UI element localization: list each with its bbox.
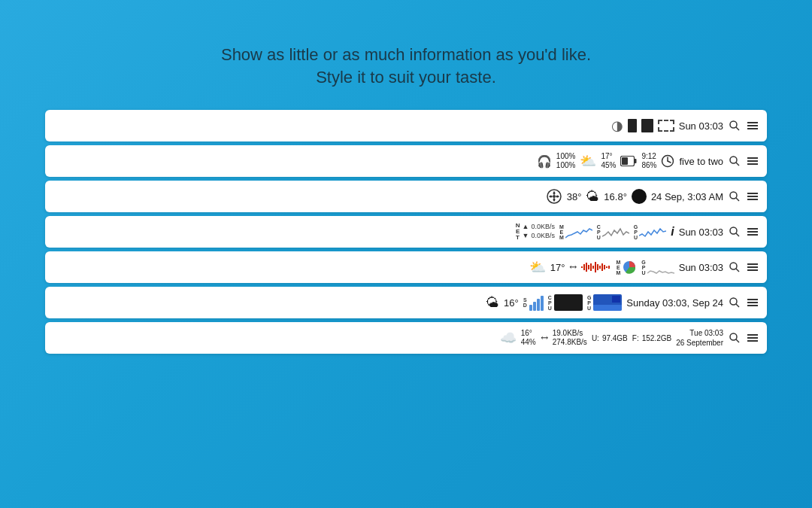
search-icon-row3[interactable]: [728, 190, 741, 203]
gpu-label-row5: G P U: [641, 260, 645, 275]
usage-label: U:: [592, 334, 599, 342]
cpu-fan-item: [546, 188, 562, 205]
headphones-icon: 🎧: [537, 154, 552, 169]
svg-line-9: [736, 163, 739, 166]
datetime-text-row3: 24 Sep, 3:03 AM: [651, 191, 723, 202]
svg-line-13: [736, 198, 739, 201]
datetime-row4: Sun 03:03: [679, 227, 723, 238]
menu-icon-row1[interactable]: [746, 119, 759, 132]
sd-label-row6: S D: [523, 297, 527, 308]
temp-row5: 17°: [550, 262, 565, 273]
menu-icon-row2[interactable]: [746, 154, 759, 168]
menubar-row-3: 38° 🌤 16.8° 24 Sep, 3:03 AM: [45, 181, 767, 212]
gpu-blue-bar-row6: [593, 294, 622, 311]
expand-arrows2-icon: ⤢: [538, 332, 550, 345]
menubar-row-4: N E T ▲ ▼ 0.0KB/s 0.0KB/s M E M: [45, 216, 767, 248]
menu-icon-row6[interactable]: [746, 296, 759, 309]
svg-point-11: [553, 195, 556, 198]
svg-rect-27: [606, 266, 607, 268]
menu-line-2: [747, 196, 758, 197]
black-rect-lg: [641, 119, 653, 132]
menu-icon-row4[interactable]: [746, 225, 759, 239]
temp-text-row5: 17°: [550, 262, 565, 273]
net-row7-up: 19.0KB/s: [553, 329, 587, 338]
menu-icon-row3[interactable]: [746, 190, 759, 203]
search-icon-row7[interactable]: [728, 331, 741, 345]
search-icon-row6[interactable]: [728, 296, 741, 309]
menu-icon-row5[interactable]: [746, 260, 759, 274]
svg-rect-19: [588, 265, 589, 269]
weather2-item: 🌤: [586, 189, 599, 205]
gpu-label: G P U: [634, 224, 638, 240]
mem-group: M E M: [559, 224, 592, 240]
five-to-two-item: five to two: [679, 156, 723, 167]
datetime-row1: Sun 03:03: [679, 120, 723, 132]
menubar-row-1: ◑ Sun 03:03: [45, 110, 767, 141]
headphones-pct-1: 100%: [556, 152, 576, 161]
datetime-text-row6: Sunday 03:03, Sep 24: [626, 297, 723, 309]
gpu-chart-row5: [647, 260, 674, 275]
svg-line-1: [736, 127, 739, 130]
usage-item: U: 97.4GB: [592, 334, 628, 342]
moon-item: [632, 189, 647, 204]
cpu-label: C P U: [597, 224, 601, 240]
net-down-arrow: ▼: [522, 232, 529, 241]
menu-line-1: [747, 334, 758, 336]
dotted-rect-item: [658, 120, 674, 132]
svg-rect-17: [583, 264, 585, 270]
search-icon-row4[interactable]: [728, 225, 741, 239]
svg-line-35: [736, 339, 739, 342]
datetime-text-row4: Sun 03:03: [679, 227, 723, 238]
moon-icon: [632, 189, 647, 204]
cloud-item: ☁️: [500, 330, 517, 346]
menu-line-1: [747, 299, 758, 300]
free-label: F:: [632, 334, 639, 342]
bars-container: ◑ Sun 03:03 🎧: [45, 110, 767, 354]
weather-pct-item: 17° 45%: [601, 152, 616, 170]
search-icon-row5[interactable]: [728, 260, 741, 274]
menu-line-3: [747, 163, 758, 165]
black-rect-sm: [628, 119, 637, 132]
mem-label-row5: M E M: [616, 260, 620, 275]
weather-sun2-icon: 🌤: [486, 295, 499, 311]
cpu-label-row6: C P U: [548, 295, 552, 311]
free-value: 152.2GB: [642, 334, 671, 342]
menubar-row-6: 🌤 16° S D C P U: [45, 287, 767, 318]
svg-point-34: [730, 333, 737, 340]
search-icon-row2[interactable]: [728, 154, 741, 168]
cloud-humidity: 44%: [521, 338, 536, 347]
gpu-row6-group: G P U: [587, 294, 622, 311]
tagline-line1: Show as little or as much information as…: [221, 45, 591, 65]
gpu-chart: [639, 224, 666, 239]
svg-rect-18: [586, 263, 587, 272]
svg-rect-23: [597, 264, 598, 270]
info-i-icon: i: [671, 225, 674, 239]
menu-line-3: [747, 199, 758, 200]
menu-line-3: [747, 128, 758, 129]
battery-info-item: 9:12 86%: [641, 152, 656, 170]
free-item: F: 152.2GB: [632, 334, 671, 342]
weather-sun-item: ⛅: [529, 259, 546, 275]
spinner-item: ◑: [611, 117, 623, 134]
weather-temp: 17°: [601, 152, 616, 161]
menu-line-1: [747, 122, 758, 123]
datetime-row7: Tue 03:03 26 September: [676, 328, 723, 348]
battery-icon: [620, 156, 637, 166]
svg-rect-24: [599, 266, 601, 269]
net-up-arrow: ▲: [522, 223, 529, 232]
svg-point-8: [730, 157, 737, 163]
net-download-val: 0.0KB/s: [531, 232, 555, 241]
weather-cloud-item: ⛅: [580, 153, 596, 169]
phone-bars-row6: [529, 294, 544, 311]
cloud-icon: ☁️: [500, 330, 517, 346]
menubar-row-7: ☁️ 16° 44% ⤢ 19.0KB/s 274.8KB/s U: 97.4G…: [45, 322, 767, 354]
search-icon-row1[interactable]: [728, 119, 741, 132]
menu-icon-row7[interactable]: [746, 331, 759, 345]
svg-rect-3: [635, 159, 637, 163]
menu-line-3: [747, 340, 758, 342]
menu-line-2: [747, 125, 758, 126]
black-rect-sm-item: [628, 119, 637, 132]
datetime-row7-line2: 26 September: [676, 338, 723, 348]
datetime-row3: 24 Sep, 3:03 AM: [651, 191, 723, 202]
cpu-fan-icon: [546, 188, 562, 205]
